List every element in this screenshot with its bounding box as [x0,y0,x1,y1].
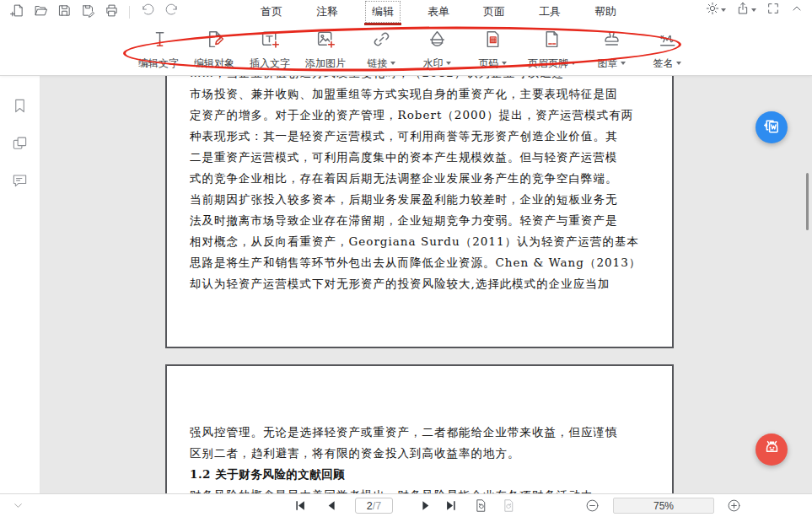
pdf-editor-window: 首页 注释 编辑 表单 页面 工具 帮助 编辑文字 编辑对象 插入文字 [0,0,812,517]
pdf-page-1[interactable]: ……，当企业价值创造方式发生变化时，（2012）认为企业可以通过 市场投资、兼并… [165,76,674,348]
current-page: 2 [367,500,373,512]
save-button[interactable] [54,2,74,22]
first-page-icon [294,499,307,512]
ai-assistant-button[interactable] [756,434,788,466]
chevron-down-icon [721,8,726,12]
text-line: 强风控管理。无论是选择轻资产或重资产，二者都能给企业带来收益，但应谨慎 [190,422,652,443]
redo-button[interactable] [161,2,181,22]
previous-page-button[interactable] [325,499,338,512]
tool-label: 签名 [653,57,674,71]
tab-form[interactable]: 表单 [422,2,455,22]
print-icon [105,3,119,20]
text-line: 二是重资产运营模式，可利用高度集中的资本产生规模效益。但与轻资产运营模 [190,147,652,168]
next-view-button[interactable] [502,498,516,513]
chevron-down-icon [502,62,507,65]
previous-page-icon [325,499,338,512]
last-page-button[interactable] [444,499,457,512]
edit-object-icon [204,29,225,52]
watermark-button[interactable]: 水印 [417,29,457,71]
title-bar: 首页 注释 编辑 表单 页面 工具 帮助 [0,0,812,24]
tool-label: 插入文字 [250,57,290,71]
text-line: 市场投资、兼并收购、加盟重组等方式实现自身的重资产化，主要表现特征是固 [190,83,652,105]
fullscreen-icon [766,2,780,18]
fullscreen-button[interactable] [766,2,780,18]
left-panel-bar [0,76,40,493]
header-footer-icon [541,29,562,52]
comments-icon [12,178,28,191]
zoom-out-button[interactable] [585,498,600,513]
tab-help[interactable]: 帮助 [589,2,622,22]
thumbnails-panel-button[interactable] [12,135,28,153]
next-page-button[interactable] [419,499,432,512]
tab-comment[interactable]: 注释 [310,2,344,22]
chevron-down-icon [12,499,24,512]
undo-button[interactable] [137,2,158,22]
share-button[interactable] [736,2,756,18]
zoom-in-icon [727,498,741,513]
save-as-icon [81,3,95,20]
comments-panel-button[interactable] [12,172,28,191]
text-line: 相对概念，从反向看重资产，Georgiana Surdu（2011）认为轻资产运… [190,231,652,252]
pdf-page-2[interactable]: 强风控管理。无论是选择轻资产或重资产，二者都能给企业带来收益，但应谨慎 区别二者… [165,364,674,493]
chevron-down-icon [390,62,395,65]
edit-object-button[interactable]: 编辑对象 [194,29,234,71]
zoom-out-icon [585,498,600,513]
collapse-panel-button[interactable] [12,499,24,512]
add-image-button[interactable]: 添加图片 [305,29,346,71]
zoom-level-control[interactable]: 75% [613,498,714,514]
new-file-icon [10,3,24,20]
vertical-scrollbar[interactable] [806,173,809,230]
tab-home[interactable]: 首页 [255,2,288,22]
theme-button[interactable] [706,2,726,18]
text-line: 却认为轻资产运营模式下对无形资产的投资风险较大,选择此模式的企业应当加 [190,273,652,294]
next-page-icon [419,499,432,512]
tab-page[interactable]: 页面 [477,2,511,22]
bookmarks-panel-button[interactable] [12,98,28,116]
text-line: 当前期因扩张投入较多资本，后期业务发展盈利能力较差时，企业的短板业务无 [190,189,652,210]
last-page-icon [444,499,457,512]
page-number-input[interactable]: 2 /7 [355,498,393,514]
edit-toolbar: 编辑文字 编辑对象 插入文字 添加图片 链接 水印 页码 页眉页脚 [0,24,812,76]
signature-button[interactable]: 签名 [647,29,687,71]
redo-icon [164,3,179,20]
text-line: 区别二者，趋利避害，将有限的资金投入到高收益率的地方。 [190,443,652,464]
edit-text-icon [148,29,169,52]
text-line: 种表现形式：其一是轻资产运营模式，可利用商誉等无形资产创造企业价值。其 [190,126,652,147]
insert-text-icon [260,29,281,52]
text-line: 式的竞争企业相比，存在着因后期无法调整企业发展业务产生的竞争空白弊端。 [190,168,652,189]
link-icon [371,29,392,52]
insert-text-button[interactable]: 插入文字 [250,29,290,71]
tab-tools[interactable]: 工具 [533,2,567,22]
chevron-down-icon [676,62,681,65]
save-icon [57,3,72,20]
text-line: 思路是将生产和销售等环节外包出去从而降低企业资源。Chen & Wang（201… [190,252,652,273]
new-file-button[interactable] [7,2,27,22]
tool-label: 链接 [368,57,388,71]
edit-text-button[interactable]: 编辑文字 [138,29,179,71]
convert-to-word-button[interactable] [756,111,788,143]
page-number-button[interactable]: 页码 [472,29,513,71]
tool-label: 页眉页脚 [528,57,568,71]
previous-view-button[interactable] [474,498,488,513]
open-file-button[interactable] [30,2,51,22]
link-button[interactable]: 链接 [361,29,401,71]
save-as-button[interactable] [78,2,98,22]
chevron-down-icon [571,62,576,65]
text-line: 法及时撤离市场导致企业存在滞留期，企业短期竞争力变弱。轻资产与重资产是 [190,210,652,231]
page2-text: 强风控管理。无论是选择轻资产或重资产，二者都能给企业带来收益，但应谨慎 区别二者… [190,422,652,493]
first-page-button[interactable] [294,499,307,512]
divider [129,6,130,19]
window-actions [706,2,804,18]
text-line-clipped: 财务风险的概念最早由美国学者提出，财务风险是指企业在各项财务活动中 [190,485,652,493]
tool-label: 页码 [479,57,499,71]
collapse-toolbar-button[interactable] [790,2,804,18]
header-footer-button[interactable]: 页眉页脚 [528,29,576,71]
signature-icon [657,29,678,52]
print-button[interactable] [101,2,121,22]
page-number-icon [482,29,503,52]
tab-edit[interactable]: 编辑 [366,2,400,22]
zoom-in-button[interactable] [727,498,741,513]
tool-label: 编辑文字 [138,57,179,71]
tool-label: 编辑对象 [194,57,234,71]
stamp-button[interactable]: 图章 [591,29,632,71]
